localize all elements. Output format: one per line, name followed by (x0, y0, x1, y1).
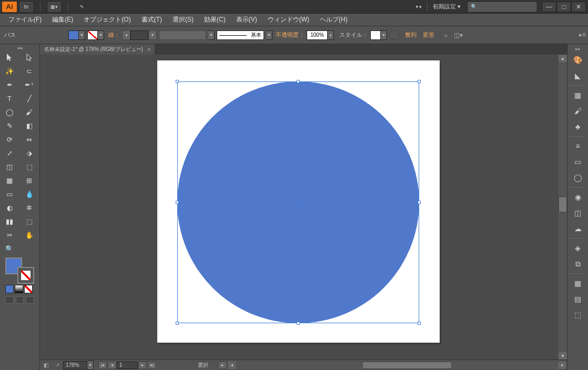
fill-stroke-control[interactable] (5, 258, 34, 284)
tools-collapse[interactable]: ◂◂ (0, 45, 39, 50)
magic-wand-tool[interactable]: ✨ (0, 64, 19, 78)
appearance-panel-icon[interactable]: ◉ (570, 190, 586, 204)
menu-view[interactable]: 表示(V) (232, 14, 261, 25)
scale-tool[interactable]: ⤢ (0, 146, 19, 160)
gradient-panel-icon[interactable]: ▭ (570, 155, 586, 169)
hscroll-thumb[interactable] (362, 362, 452, 369)
blend-tool[interactable]: ◐ (0, 201, 19, 214)
workspace-preset-label[interactable]: 初期設定 ▾ (430, 3, 464, 11)
artboards-panel-icon[interactable]: ⧉ (570, 256, 586, 271)
zoom-dropdown[interactable]: ▼ (87, 361, 94, 370)
handle-mid-right[interactable] (418, 201, 421, 204)
artboard-tool[interactable]: ⬚ (20, 214, 39, 228)
fill-swatch[interactable] (68, 30, 79, 40)
zoom-input[interactable]: 178% (63, 361, 87, 369)
handle-bottom-mid[interactable] (297, 322, 300, 325)
minimize-button[interactable]: — (542, 2, 556, 12)
handle-bottom-right[interactable] (418, 322, 421, 325)
color-panel-icon[interactable]: 🎨 (570, 53, 586, 67)
type-tool[interactable]: T (0, 91, 19, 105)
recolor-button[interactable] (389, 30, 400, 40)
canvas[interactable]: ▲ ▼ (40, 55, 567, 359)
handle-mid-left[interactable] (176, 201, 179, 204)
color-guide-icon[interactable]: ◣ (570, 68, 586, 83)
horizontal-scrollbar[interactable]: ◂ ▸ (228, 362, 566, 369)
scroll-down-button[interactable]: ▼ (559, 352, 567, 359)
stroke-weight-stepper[interactable]: ◂▾ (122, 30, 157, 40)
libraries-icon[interactable]: ☁ (570, 221, 586, 236)
document-tab[interactable]: 名称未設定-1* @ 178% (RGB/プレビュー) × (40, 44, 155, 55)
menu-file[interactable]: ファイル(F) (4, 14, 46, 25)
line-tool[interactable]: ╱ (20, 91, 39, 105)
color-mode-none[interactable] (24, 285, 33, 293)
selection-tool[interactable] (0, 50, 19, 64)
pathfinder-icon[interactable]: ⬚ (570, 307, 586, 322)
sync-button[interactable]: ✦▾ (412, 3, 425, 11)
vertical-scrollbar[interactable]: ▲ ▼ (559, 55, 567, 359)
opacity-input[interactable]: 100% (307, 30, 328, 40)
gradient-tool[interactable]: ▭ (0, 187, 19, 201)
align-link[interactable]: 整列 (405, 31, 417, 39)
artboard-number[interactable]: 1 (117, 362, 138, 369)
color-mode-solid[interactable] (5, 285, 14, 293)
scroll-up-button[interactable]: ▲ (559, 55, 567, 62)
status-icon-2[interactable]: ↗ (52, 361, 63, 369)
scroll-right-button[interactable]: ▸ (559, 362, 566, 369)
opacity-arrow[interactable]: ▸ (328, 30, 334, 40)
zoom-tool[interactable]: 🔍 (0, 242, 19, 255)
menu-edit[interactable]: 編集(E) (48, 14, 77, 25)
pen-tool[interactable]: ✒ (0, 78, 19, 91)
vscroll-thumb[interactable] (559, 197, 567, 212)
stroke-swatch[interactable] (87, 30, 98, 40)
scroll-left-button[interactable]: ◂ (228, 362, 236, 369)
mask-icon[interactable]: ◫▾ (453, 31, 463, 39)
perspective-tool[interactable]: ▦ (0, 173, 19, 187)
last-artboard-button[interactable]: ▸| (148, 362, 156, 369)
menu-object[interactable]: オブジェクト(O) (79, 14, 135, 25)
screen-normal[interactable] (5, 296, 14, 304)
color-mode-gradient[interactable] (15, 285, 23, 293)
eyedropper-tool[interactable]: 💧 (20, 187, 39, 201)
menu-help[interactable]: ヘルプ(H) (316, 14, 352, 25)
transparency-panel-icon[interactable]: ◯ (570, 170, 586, 185)
line-style-dropdown[interactable]: 基本 (217, 30, 264, 40)
symbol-sprayer-tool[interactable]: ✲ (20, 201, 39, 214)
prev-artboard-button[interactable]: ◂ (108, 362, 116, 369)
menu-window[interactable]: ウィンドウ(W) (263, 14, 313, 25)
first-artboard-button[interactable]: |◂ (98, 362, 107, 369)
search-box[interactable]: 🔍 (468, 2, 536, 12)
mesh-tool[interactable]: ⊞ (20, 173, 39, 187)
stroke-dropdown[interactable]: ▼ (98, 30, 104, 40)
hand-tool[interactable]: ✋ (20, 228, 39, 242)
status-icon-1[interactable]: ◧ (40, 361, 52, 369)
handle-bottom-left[interactable] (176, 322, 179, 325)
maximize-button[interactable]: □ (556, 2, 571, 12)
ellipse-tool[interactable]: ◯ (0, 105, 19, 119)
handle-top-mid[interactable] (297, 80, 300, 83)
pencil-tool[interactable]: ✎ (0, 119, 19, 132)
isolate-icon[interactable]: ⟐ (441, 31, 450, 39)
direct-selection-tool[interactable] (20, 50, 39, 64)
style-swatch[interactable] (370, 30, 381, 40)
fill-dropdown[interactable]: ▼ (79, 30, 85, 40)
brushes-panel-icon[interactable]: 🖌 (570, 104, 586, 118)
next-artboard-button[interactable]: ▸ (138, 362, 147, 369)
eraser-tool[interactable]: ◧ (20, 119, 39, 132)
shape-builder-tool[interactable]: ⬚ (20, 160, 39, 173)
control-flyout[interactable]: ▸≡ (579, 31, 586, 38)
arrange-docs-button[interactable]: ▦▾ (48, 2, 60, 12)
rightstrip-collapse[interactable]: ▸▸ (567, 46, 588, 52)
brush-drop-arrow[interactable]: ▼ (208, 30, 215, 40)
rotate-tool[interactable]: ⟳ (0, 132, 19, 146)
menu-select[interactable]: 選択(S) (168, 14, 198, 25)
screen-full[interactable] (16, 296, 24, 304)
menu-type[interactable]: 書式(T) (137, 14, 166, 25)
layers-panel-icon[interactable]: ◈ (570, 241, 586, 255)
transform-link[interactable]: 変形 (423, 31, 434, 39)
curvature-tool[interactable]: ✒⁺ (20, 78, 39, 91)
lasso-tool[interactable]: ⊂ (20, 64, 39, 78)
swatches-panel-icon[interactable]: ▦ (570, 88, 586, 102)
column-graph-tool[interactable]: ▮▮ (0, 214, 19, 228)
paintbrush-tool[interactable]: 🖌 (20, 105, 39, 119)
reflect-tool[interactable]: ⇔ (20, 132, 39, 146)
